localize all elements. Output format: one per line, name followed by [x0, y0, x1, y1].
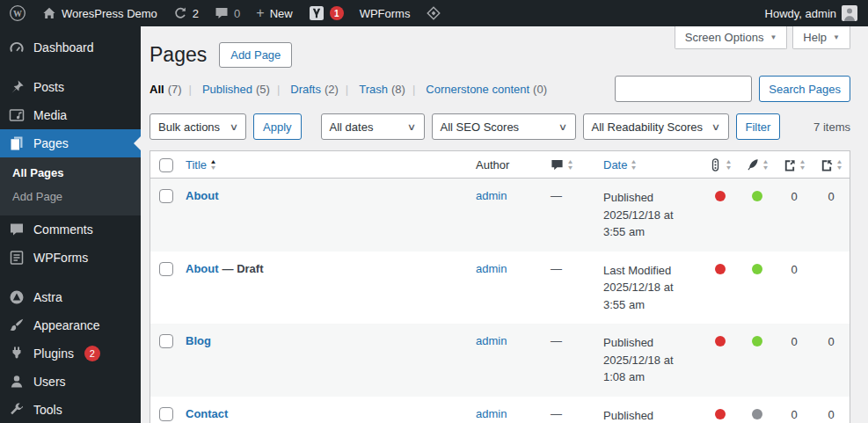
page-title: Pages [150, 43, 207, 67]
account-menu[interactable]: Howdy, admin [765, 0, 857, 26]
sidebar-item-posts[interactable]: Posts [0, 73, 141, 101]
search-input[interactable] [615, 76, 752, 102]
update-icon [173, 6, 187, 20]
chevron-down-icon: ∨ [407, 122, 416, 132]
select-row-checkbox[interactable] [159, 262, 173, 276]
admin-bar-right: Howdy, admin [765, 0, 857, 26]
table-row-about: About admin — Published 2025/12/18 at 3:… [150, 179, 850, 252]
sidebar-item-wpforms[interactable]: WPForms [0, 244, 141, 272]
astra-icon [9, 289, 25, 305]
submenu-item-all-pages[interactable]: All Pages [0, 161, 141, 185]
help-button[interactable]: Help ▼ [792, 26, 850, 49]
sort-desc-icon: ▼ [799, 165, 806, 171]
view-published[interactable]: Published (5) [182, 83, 270, 96]
screen-options-label: Screen Options [685, 31, 764, 44]
sort-desc-icon: ▼ [631, 165, 638, 171]
sort-date-column[interactable]: Date ▲ ▼ [603, 158, 637, 171]
select-row-checkbox[interactable] [159, 189, 173, 203]
site-name: WoresPress Demo [62, 7, 157, 20]
dates-filter-select[interactable]: All dates ∨ [321, 113, 425, 140]
outgoing-links-count: 0 [813, 397, 850, 421]
sort-arrows: ▲ ▼ [799, 159, 806, 171]
readability-scores-filter-select[interactable]: All Readability Scores ∨ [583, 113, 729, 140]
sidebar-item-label: Plugins [33, 346, 74, 361]
wrench-icon [9, 402, 25, 418]
site-name-menu[interactable]: WoresPress Demo [42, 0, 157, 26]
comments-count: — [543, 324, 596, 358]
sidebar-item-label: Users [33, 375, 66, 389]
new-label: New [270, 7, 293, 20]
sort-title-column[interactable]: Title ▲ ▼ [186, 158, 216, 171]
sort-incoming-links-column[interactable]: ▲ ▼ [783, 158, 806, 171]
sidebar-item-dashboard[interactable]: Dashboard [0, 33, 141, 62]
page-title-link[interactable]: Contact [186, 407, 228, 420]
page-date: 2025/12/18 at 3:55 am [603, 279, 695, 313]
diamond-icon [426, 5, 441, 21]
select-row-checkbox[interactable] [159, 334, 173, 348]
sidebar-item-plugins[interactable]: Plugins 2 [0, 339, 141, 368]
sort-arrows: ▲ ▼ [631, 159, 637, 171]
table-row-blog: Blog admin — Published 2025/12/18 at 1:0… [150, 324, 850, 397]
comments-menu[interactable]: 0 [215, 0, 240, 26]
page-title-link[interactable]: Blog [186, 334, 211, 347]
select-row-checkbox[interactable] [159, 407, 173, 421]
author-link[interactable]: admin [476, 189, 507, 202]
dropdown-arrow-icon: ▼ [833, 33, 840, 41]
view-all[interactable]: All (7) [150, 83, 182, 96]
sidebar-item-appearance[interactable]: Appearance [0, 311, 141, 339]
submenu-item-add-page[interactable]: Add Page [0, 185, 141, 208]
page-title-link[interactable]: About [186, 262, 219, 275]
view-drafts[interactable]: Drafts (2) [270, 83, 339, 96]
sidebar-item-astra[interactable]: Astra [0, 283, 141, 311]
wordpress-logo-menu[interactable]: W [9, 0, 26, 26]
wpforms-admin-menu[interactable]: WPForms [360, 0, 411, 26]
sort-seo-score-column[interactable]: ▲ ▼ [709, 158, 732, 171]
view-trash[interactable]: Trash (8) [339, 83, 405, 96]
seo-score-traffic-light-icon [709, 158, 722, 171]
sidebar-item-media[interactable]: Media [0, 101, 141, 129]
view-cornerstone[interactable]: Cornerstone content (0) [405, 83, 547, 96]
filter-button[interactable]: Filter [736, 113, 781, 140]
user-icon [9, 374, 25, 390]
seo-score-dot [715, 264, 726, 274]
pages-table: Title ▲ ▼ Author ▲ ▼ [150, 150, 850, 423]
sidebar-item-label: Tools [33, 403, 62, 417]
author-link[interactable]: admin [476, 334, 507, 347]
sort-comments-column[interactable]: ▲ ▼ [551, 158, 573, 171]
sidebar-item-tools[interactable]: Tools [0, 396, 141, 423]
sort-arrows: ▲ ▼ [762, 159, 769, 171]
yoast-seo-menu[interactable]: 1 [309, 0, 344, 26]
sort-arrows: ▲ ▼ [567, 159, 573, 171]
sort-outgoing-links-column[interactable]: ▲ ▼ [820, 158, 842, 171]
pages-submenu: All Pages Add Page [0, 157, 141, 215]
outgoing-links-count: 0 [813, 324, 850, 348]
sidebar-separator [0, 272, 141, 283]
incoming-links-count: 0 [776, 252, 813, 276]
wpforms-diamond-menu[interactable] [426, 0, 441, 26]
apply-button[interactable]: Apply [253, 113, 302, 140]
sort-desc-icon: ▼ [210, 165, 217, 171]
screen-options-button[interactable]: Screen Options ▼ [675, 26, 788, 49]
page-title-link[interactable]: About [186, 189, 219, 202]
home-icon [42, 6, 56, 20]
chevron-down-icon: ∨ [558, 122, 567, 132]
comment-bubble-icon [215, 6, 229, 20]
sidebar-item-pages[interactable]: Pages [0, 129, 141, 157]
bulk-actions-select[interactable]: Bulk actions ∨ [150, 113, 246, 140]
search-pages-button[interactable]: Search Pages [759, 76, 850, 102]
readability-score-dot [752, 409, 762, 419]
sort-readability-score-column[interactable]: ▲ ▼ [746, 158, 769, 171]
seo-scores-filter-select[interactable]: All SEO Scores ∨ [432, 113, 576, 140]
add-page-button[interactable]: Add Page [219, 42, 292, 68]
select-all-checkbox[interactable] [159, 158, 173, 172]
comments-icon [9, 222, 25, 237]
author-link[interactable]: admin [476, 407, 507, 420]
howdy-text: Howdy, admin [765, 7, 836, 20]
author-link[interactable]: admin [476, 262, 507, 275]
filter-bar: Bulk actions ∨ Apply All dates ∨ All SEO… [150, 113, 850, 140]
sidebar-item-users[interactable]: Users [0, 368, 141, 396]
admin-bar: W WoresPress Demo 2 0 + New [0, 0, 868, 26]
updates-menu[interactable]: 2 [173, 0, 199, 26]
new-content-menu[interactable]: + New [256, 0, 292, 26]
sidebar-item-comments[interactable]: Comments [0, 215, 141, 244]
